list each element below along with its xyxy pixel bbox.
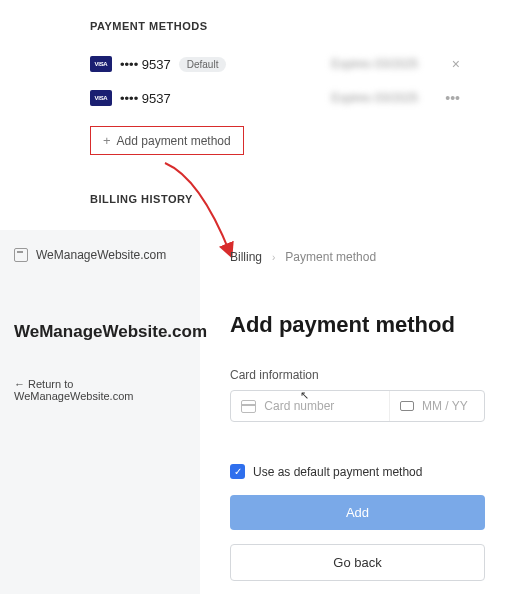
breadcrumb-root[interactable]: Billing — [230, 250, 262, 264]
card-info-label: Card information — [230, 368, 514, 382]
breadcrumb: Billing › Payment method — [230, 250, 514, 264]
card-number-input[interactable] — [264, 399, 379, 413]
account-row[interactable]: WeManageWebsite.com — [14, 248, 186, 262]
chevron-right-icon: › — [272, 252, 275, 263]
brand-heading: WeManageWebsite.com — [14, 322, 186, 342]
section-title-payment-methods: PAYMENT METHODS — [90, 20, 514, 32]
payment-method-row: VISA •••• 9537 Default Expires 03/2025 × — [90, 56, 460, 72]
expiry-icon — [400, 401, 414, 411]
detail-view: WeManageWebsite.com WeManageWebsite.com … — [0, 230, 514, 594]
page-title: Add payment method — [230, 312, 514, 338]
card-input-row — [230, 390, 485, 422]
go-back-button[interactable]: Go back — [230, 544, 485, 581]
visa-icon: VISA — [90, 56, 112, 72]
account-icon — [14, 248, 28, 262]
remove-card-button[interactable]: × — [452, 56, 460, 72]
add-button[interactable]: Add — [230, 495, 485, 530]
expires-text: Expires 03/2025 — [331, 91, 418, 105]
card-masked-number: •••• 9537 — [120, 91, 171, 106]
breadcrumb-current: Payment method — [285, 250, 376, 264]
default-checkbox-label: Use as default payment method — [253, 465, 422, 479]
add-payment-method-button[interactable]: + Add payment method — [90, 126, 244, 155]
expires-text: Expires 03/2025 — [331, 57, 418, 71]
card-more-actions-button[interactable]: ••• — [445, 90, 460, 106]
right-panel: Billing › Payment method Add payment met… — [200, 230, 514, 594]
expiry-wrap — [389, 391, 484, 421]
payment-methods-section: PAYMENT METHODS VISA •••• 9537 Default E… — [0, 0, 514, 205]
account-name: WeManageWebsite.com — [36, 248, 166, 262]
card-expiry-input[interactable] — [422, 399, 474, 413]
left-panel: WeManageWebsite.com WeManageWebsite.com … — [0, 230, 200, 594]
card-number-wrap — [231, 391, 389, 421]
visa-icon: VISA — [90, 90, 112, 106]
card-masked-number: •••• 9537 — [120, 57, 171, 72]
default-checkbox-row: ✓ Use as default payment method — [230, 464, 514, 479]
return-link[interactable]: ← Return to WeManageWebsite.com — [14, 378, 186, 402]
section-title-billing-history: BILLING HISTORY — [90, 193, 514, 205]
payment-method-row: VISA •••• 9537 Expires 03/2025 ••• — [90, 90, 460, 106]
plus-icon: + — [103, 133, 111, 148]
default-checkbox[interactable]: ✓ — [230, 464, 245, 479]
add-payment-method-label: Add payment method — [117, 134, 231, 148]
card-icon — [241, 400, 256, 413]
default-badge: Default — [179, 57, 227, 72]
